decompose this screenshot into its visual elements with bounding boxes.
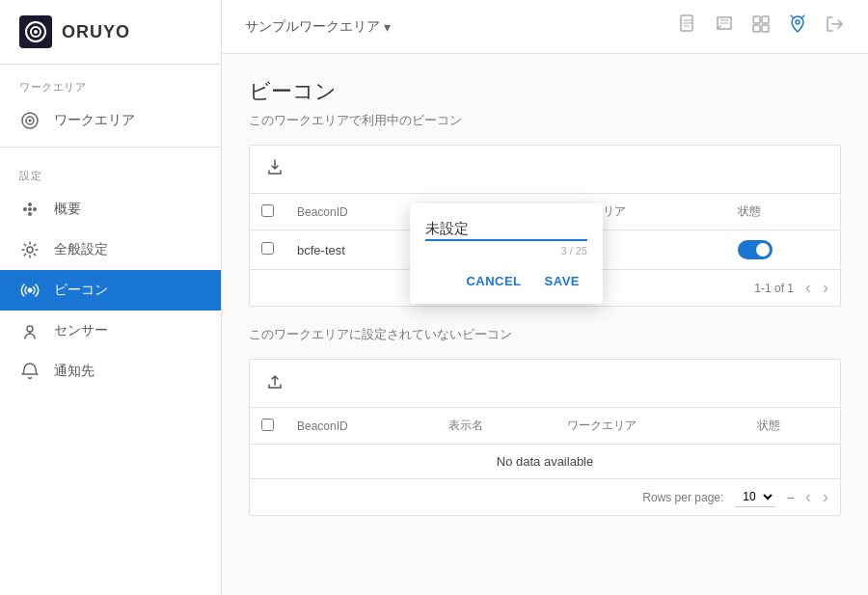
content-area: ビーコン このワークエリアで利用中のビーコン BeaconID 表示名 <box>222 54 868 595</box>
dialog-input-wrapper <box>425 219 587 241</box>
svg-point-3 <box>34 30 38 34</box>
logo-icon <box>19 15 52 48</box>
dialog-actions: CANCEL SAVE <box>425 268 587 294</box>
location-icon[interactable] <box>787 14 808 40</box>
beacon-icon <box>19 280 41 301</box>
svg-point-13 <box>28 288 33 293</box>
svg-rect-18 <box>753 25 760 32</box>
save-button[interactable]: SAVE <box>537 268 587 294</box>
sidebar-item-label-workspace: ワークエリア <box>54 112 135 129</box>
sidebar-logo: ORUYO <box>0 0 221 65</box>
svg-rect-17 <box>762 16 769 23</box>
dialog-name-input[interactable] <box>425 219 587 239</box>
svg-point-8 <box>28 207 32 211</box>
logout-icon[interactable] <box>824 14 845 40</box>
svg-point-6 <box>29 120 32 122</box>
sidebar-section-settings: 設定 概要 全般設定 <box>0 153 221 392</box>
dropdown-chevron-icon: ▾ <box>384 19 391 35</box>
svg-point-12 <box>27 247 33 253</box>
workspace-selector[interactable]: サンプルワークエリア ▾ <box>245 18 391 36</box>
workspace-name: サンプルワークエリア <box>245 18 380 36</box>
gear-icon <box>19 239 41 260</box>
sidebar-item-overview[interactable]: 概要 <box>0 189 221 230</box>
svg-point-11 <box>28 212 32 216</box>
sidebar-item-label-sensor: センサー <box>54 322 108 339</box>
sidebar-section-label-workspace: ワークエリア <box>0 65 221 100</box>
sidebar-item-label-notification: 通知先 <box>54 363 95 380</box>
cancel-button[interactable]: CANCEL <box>458 268 529 294</box>
svg-point-10 <box>28 203 32 206</box>
svg-rect-19 <box>762 25 769 32</box>
svg-point-20 <box>796 20 800 24</box>
sidebar-divider <box>0 147 221 148</box>
svg-point-9 <box>33 207 37 211</box>
sidebar: ORUYO ワークエリア ワークエリア 設定 <box>0 0 222 595</box>
dots-icon <box>19 199 41 220</box>
document-icon[interactable] <box>677 14 698 40</box>
sidebar-item-label-beacon: ビーコン <box>54 282 108 299</box>
main-content: サンプルワークエリア ▾ <box>222 0 868 595</box>
topbar-icons <box>677 14 845 40</box>
sidebar-item-notification[interactable]: 通知先 <box>0 351 221 392</box>
bell-icon <box>19 361 41 382</box>
svg-point-14 <box>27 326 33 332</box>
dialog-overlay: 3 / 25 CANCEL SAVE <box>222 54 868 595</box>
svg-rect-16 <box>753 16 760 23</box>
sidebar-item-label-settings: 全般設定 <box>54 241 108 258</box>
sidebar-item-beacon[interactable]: ビーコン <box>0 270 221 311</box>
sidebar-item-label-overview: 概要 <box>54 201 81 218</box>
edit-dialog: 3 / 25 CANCEL SAVE <box>410 203 603 304</box>
target-icon <box>19 110 41 131</box>
sidebar-section-label-settings: 設定 <box>0 153 221 189</box>
sidebar-section-workspace: ワークエリア ワークエリア <box>0 65 221 141</box>
sidebar-item-workspace[interactable]: ワークエリア <box>0 100 221 141</box>
svg-point-7 <box>23 207 27 211</box>
chat-icon[interactable] <box>714 14 735 40</box>
logo-text: ORUYO <box>62 22 130 42</box>
sensor-icon <box>19 320 41 341</box>
topbar: サンプルワークエリア ▾ <box>222 0 868 54</box>
grid-icon[interactable] <box>750 14 772 40</box>
sidebar-item-sensor[interactable]: センサー <box>0 311 221 351</box>
sidebar-item-settings[interactable]: 全般設定 <box>0 230 221 270</box>
topbar-left: サンプルワークエリア ▾ <box>245 18 391 36</box>
dialog-counter: 3 / 25 <box>425 245 587 257</box>
